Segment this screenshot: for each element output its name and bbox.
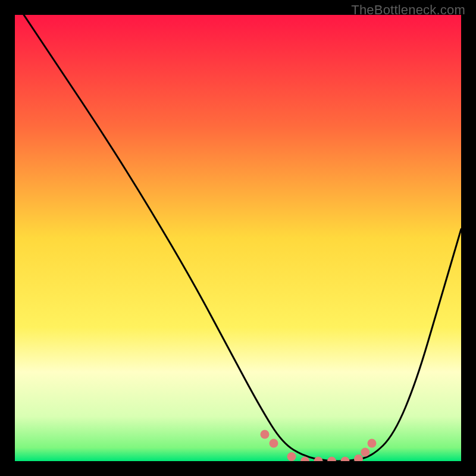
- optimal-marker: [261, 430, 270, 439]
- optimal-marker: [368, 439, 377, 448]
- chart-stage: TheBottleneck.com: [0, 0, 476, 476]
- plot-area: [15, 15, 461, 461]
- bottleneck-chart: [15, 15, 461, 461]
- optimal-marker: [361, 448, 369, 457]
- gradient-background: [15, 15, 461, 461]
- optimal-marker: [287, 452, 296, 461]
- optimal-marker: [270, 439, 278, 448]
